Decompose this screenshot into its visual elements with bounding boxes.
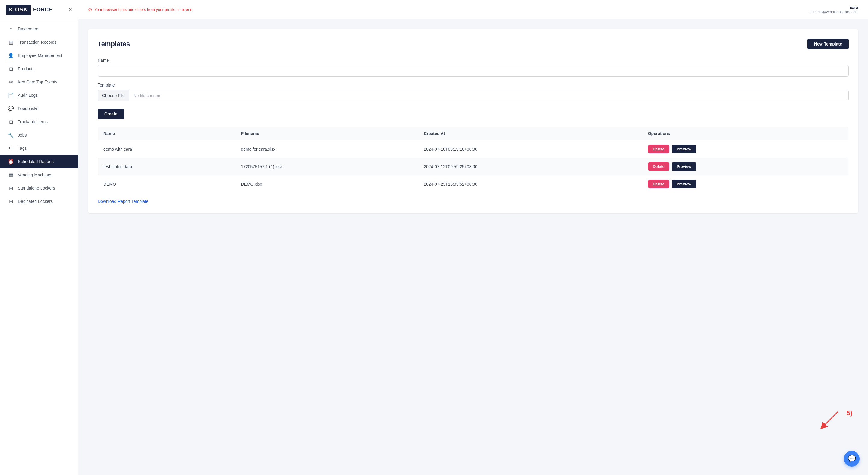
row-operations: Delete Preview	[643, 140, 849, 158]
col-operations: Operations	[643, 127, 849, 140]
logo-kiosk: KIOSK	[6, 5, 31, 15]
trackable-items-label: Trackable Items	[18, 119, 48, 124]
page-header: Templates New Template	[98, 39, 849, 50]
sidebar-item-key-card-tap-events[interactable]: ✂ Key Card Tap Events	[0, 75, 78, 89]
delete-button[interactable]: Delete	[648, 162, 670, 171]
preview-button[interactable]: Preview	[672, 162, 696, 171]
audit-logs-icon: 📄	[8, 93, 13, 98]
content-area: Templates New Template Name Template Cho…	[79, 19, 868, 475]
row-filename: DEMO.xlsx	[236, 176, 418, 193]
name-input[interactable]	[98, 65, 849, 76]
sidebar-item-transaction-records[interactable]: ▤ Transaction Records	[0, 36, 78, 49]
table-header-row: NameFilenameCreated AtOperations	[98, 127, 849, 140]
dedicated-lockers-icon: ⊞	[8, 199, 13, 204]
tags-icon: 🏷	[8, 146, 13, 151]
transaction-records-icon: ▤	[8, 39, 13, 45]
row-filename: demo for cara.xlsx	[236, 140, 418, 158]
row-operations: Delete Preview	[643, 176, 849, 193]
row-name: test staled data	[98, 158, 236, 176]
logo-force: FORCE	[33, 7, 52, 13]
row-name: demo with cara	[98, 140, 236, 158]
sidebar-nav: ⌂ Dashboard ▤ Transaction Records 👤 Empl…	[0, 20, 78, 475]
sidebar-item-tags[interactable]: 🏷 Tags	[0, 141, 78, 155]
feedbacks-icon: 💬	[8, 106, 13, 111]
row-name: DEMO	[98, 176, 236, 193]
trackable-items-icon: ⊟	[8, 119, 13, 124]
sidebar-item-employee-management[interactable]: 👤 Employee Management	[0, 49, 78, 62]
dashboard-icon: ⌂	[8, 26, 13, 32]
name-label: Name	[98, 58, 849, 63]
timezone-warning: ⊘ Your browser timezone differs from you…	[88, 7, 193, 12]
preview-button[interactable]: Preview	[672, 145, 696, 153]
scheduled-reports-label: Scheduled Reports	[18, 159, 54, 164]
chat-icon: 💬	[848, 455, 856, 463]
row-created-at: 2024-07-12T09:59:25+08:00	[418, 158, 642, 176]
download-report-template-link[interactable]: Download Report Template	[98, 199, 149, 204]
jobs-label: Jobs	[18, 133, 27, 137]
user-email: cara.cui@vendingontrack.com	[809, 10, 858, 14]
products-label: Products	[18, 66, 34, 71]
warning-icon: ⊘	[88, 7, 92, 12]
page-title: Templates	[98, 40, 130, 48]
timezone-warning-text: Your browser timezone differs from your …	[94, 7, 193, 12]
main-content: ⊘ Your browser timezone differs from you…	[79, 0, 868, 475]
chat-bubble[interactable]: 💬	[844, 451, 860, 467]
tags-label: Tags	[18, 146, 27, 151]
dedicated-lockers-label: Dedicated Lockers	[18, 199, 53, 204]
sidebar-item-jobs[interactable]: 🔧 Jobs	[0, 128, 78, 141]
sidebar: KIOSK FORCE × ⌂ Dashboard ▤ Transaction …	[0, 0, 79, 475]
template-label: Template	[98, 83, 849, 87]
employee-management-label: Employee Management	[18, 53, 62, 58]
table-row: DEMO DEMO.xlsx 2024-07-23T16:03:52+08:00…	[98, 176, 849, 193]
templates-table: NameFilenameCreated AtOperations demo wi…	[98, 127, 849, 193]
sidebar-item-trackable-items[interactable]: ⊟ Trackable Items	[0, 115, 78, 128]
template-field-group: Template Choose File No file chosen	[98, 83, 849, 101]
row-created-at: 2024-07-10T09:19:10+08:00	[418, 140, 642, 158]
table-row: demo with cara demo for cara.xlsx 2024-0…	[98, 140, 849, 158]
sidebar-logo: KIOSK FORCE ×	[0, 0, 78, 20]
audit-logs-label: Audit Logs	[18, 93, 38, 98]
table-body: demo with cara demo for cara.xlsx 2024-0…	[98, 140, 849, 193]
standalone-lockers-label: Standalone Lockers	[18, 186, 55, 190]
close-sidebar-button[interactable]: ×	[69, 7, 72, 13]
col-created-at: Created At	[418, 127, 642, 140]
scheduled-reports-icon: ⏰	[8, 159, 13, 164]
col-filename: Filename	[236, 127, 418, 140]
sidebar-item-dedicated-lockers[interactable]: ⊞ Dedicated Lockers	[0, 195, 78, 208]
row-operations: Delete Preview	[643, 158, 849, 176]
create-button[interactable]: Create	[98, 108, 124, 119]
row-created-at: 2024-07-23T16:03:52+08:00	[418, 176, 642, 193]
key-card-tap-events-icon: ✂	[8, 79, 13, 85]
delete-button[interactable]: Delete	[648, 145, 670, 153]
sidebar-item-feedbacks[interactable]: 💬 Feedbacks	[0, 102, 78, 115]
row-filename: 1720575157 1 (1).xlsx	[236, 158, 418, 176]
name-field-group: Name	[98, 58, 849, 76]
sidebar-item-vending-machines[interactable]: ▤ Vending Machines	[0, 168, 78, 182]
sidebar-item-products[interactable]: ⊞ Products	[0, 62, 78, 75]
vending-machines-label: Vending Machines	[18, 172, 52, 177]
topbar: ⊘ Your browser timezone differs from you…	[79, 0, 868, 19]
sidebar-item-dashboard[interactable]: ⌂ Dashboard	[0, 22, 78, 36]
user-name: cara	[809, 5, 858, 10]
new-template-button[interactable]: New Template	[807, 39, 849, 50]
employee-management-icon: 👤	[8, 53, 13, 58]
page-card: Templates New Template Name Template Cho…	[88, 29, 858, 213]
sidebar-item-standalone-lockers[interactable]: ⊞ Standalone Lockers	[0, 182, 78, 195]
key-card-tap-events-label: Key Card Tap Events	[18, 80, 57, 85]
col-name: Name	[98, 127, 236, 140]
dashboard-label: Dashboard	[18, 27, 38, 31]
file-name-display: No file chosen	[129, 90, 164, 101]
transaction-records-label: Transaction Records	[18, 40, 57, 44]
delete-button[interactable]: Delete	[648, 180, 670, 188]
file-input-wrapper: Choose File No file chosen	[98, 90, 849, 101]
sidebar-item-scheduled-reports[interactable]: ⏰ Scheduled Reports	[0, 155, 78, 168]
jobs-icon: 🔧	[8, 132, 13, 138]
table-row: test staled data 1720575157 1 (1).xlsx 2…	[98, 158, 849, 176]
feedbacks-label: Feedbacks	[18, 106, 38, 111]
standalone-lockers-icon: ⊞	[8, 185, 13, 191]
preview-button[interactable]: Preview	[672, 180, 696, 188]
table-header: NameFilenameCreated AtOperations	[98, 127, 849, 140]
choose-file-button[interactable]: Choose File	[98, 90, 129, 101]
user-info: cara cara.cui@vendingontrack.com	[809, 5, 858, 14]
sidebar-item-audit-logs[interactable]: 📄 Audit Logs	[0, 89, 78, 102]
